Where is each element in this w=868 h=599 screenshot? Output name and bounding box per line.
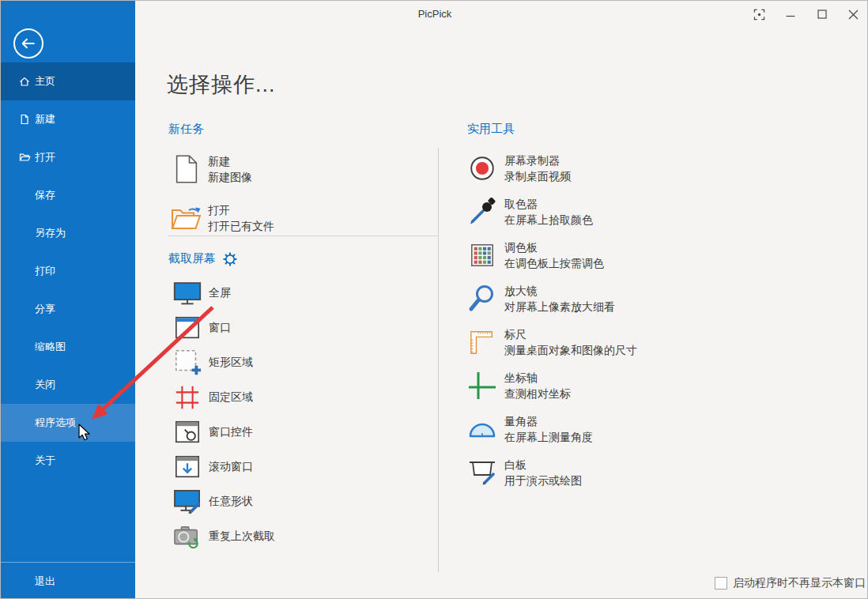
section-header-label: 新任务 [168, 122, 204, 137]
screen-recorder-item[interactable]: 屏幕录制器 录制桌面视频 [466, 149, 854, 187]
whiteboard-item[interactable]: 白板 用于演示或绘图 [466, 454, 854, 492]
back-button[interactable] [13, 28, 44, 59]
protractor-item[interactable]: 量角器 在屏幕上测量角度 [466, 410, 854, 448]
item-label: 窗口 [209, 321, 231, 335]
capture-settings-gear-icon[interactable] [223, 252, 237, 266]
maximize-button[interactable] [809, 4, 836, 24]
maximize-icon [817, 9, 827, 19]
item-label: 全屏 [209, 286, 231, 300]
sidebar-item-close[interactable]: 关闭 [1, 366, 135, 404]
item-title: 放大镜 [504, 283, 615, 299]
protractor-icon [466, 419, 498, 439]
section-header-label: 截取屏幕 [168, 251, 216, 266]
page-title: 选择操作... [167, 70, 276, 99]
sidebar-item-label: 程序选项 [35, 416, 76, 430]
sidebar-item-exit[interactable]: 退出 [1, 563, 135, 599]
item-label: 重复上次截取 [209, 529, 275, 544]
capture-fixed-region-item[interactable]: 固定区域 [169, 380, 434, 415]
sidebar-item-label: 新建 [35, 112, 55, 126]
item-label: 任意形状 [209, 495, 253, 509]
item-title: 标尺 [504, 326, 637, 342]
close-button[interactable] [840, 4, 866, 24]
open-file-item[interactable]: 打开 打开已有文件 [168, 197, 437, 239]
item-label: 窗口控件 [209, 425, 253, 439]
item-title: 新建 [208, 153, 252, 169]
color-picker-item[interactable]: 取色器 在屏幕上拾取颜色 [466, 193, 854, 231]
section-header-utilities: 实用工具 [467, 122, 515, 137]
sidebar-item-print[interactable]: 打印 [1, 252, 135, 290]
sidebar-item-label: 打印 [35, 264, 55, 278]
window-control-icon [169, 419, 206, 446]
crosshair-axis-icon [466, 371, 498, 401]
whiteboard-icon [466, 458, 498, 487]
item-subtitle: 录制桌面视频 [504, 168, 571, 184]
capture-rectangle-item[interactable]: 矩形区域 [169, 345, 434, 380]
sidebar-item-share[interactable]: 分享 [1, 290, 135, 328]
crosshair-item[interactable]: 坐标轴 查测相对坐标 [466, 367, 854, 405]
home-icon [19, 76, 30, 87]
section-header-label: 实用工具 [467, 122, 515, 137]
back-arrow-icon [13, 28, 44, 59]
item-subtitle: 在调色板上按需调色 [504, 255, 604, 271]
new-image-document-icon [168, 153, 205, 185]
startup-checkbox-row: 启动程序时不再显示本窗口 [715, 576, 866, 590]
sidebar-item-about[interactable]: 关于 [1, 442, 135, 480]
capture-icon [753, 9, 765, 21]
capture-window-item[interactable]: 窗口 [169, 311, 434, 345]
open-folder-icon [19, 152, 31, 163]
item-subtitle: 查测相对坐标 [504, 386, 571, 401]
section-header-capture: 截取屏幕 [168, 251, 237, 266]
item-subtitle: 打开已有文件 [208, 218, 274, 234]
minimize-button[interactable] [777, 4, 804, 24]
magnifier-item[interactable]: 放大镜 对屏幕上像素放大细看 [466, 280, 854, 318]
minimize-icon [786, 9, 795, 19]
new-image-item[interactable]: 新建 新建图像 [168, 148, 437, 190]
capture-button[interactable] [745, 4, 772, 24]
sidebar-item-open[interactable]: 打开 [1, 138, 135, 176]
item-title: 屏幕录制器 [504, 153, 571, 168]
sidebar-item-label: 分享 [35, 302, 55, 316]
capture-scrolling-window-item[interactable]: 滚动窗口 [169, 450, 434, 484]
ruler-icon [466, 329, 498, 356]
freehand-capture-icon [169, 488, 206, 515]
screen-recorder-icon [466, 153, 498, 183]
dont-show-window-checkbox[interactable] [715, 577, 727, 590]
column-divider [438, 148, 439, 572]
sidebar-item-label: 主页 [35, 74, 55, 89]
sidebar-item-label: 保存 [35, 188, 55, 202]
capture-window-control-item[interactable]: 窗口控件 [169, 415, 434, 450]
sidebar-item-program-options[interactable]: 程序选项 [1, 404, 135, 442]
item-subtitle: 在屏幕上拾取颜色 [504, 212, 593, 228]
color-palette-item[interactable]: 调色板 在调色板上按需调色 [466, 236, 854, 274]
sidebar-item-save-as[interactable]: 另存为 [1, 214, 135, 252]
item-label: 矩形区域 [209, 356, 253, 370]
item-title: 取色器 [504, 196, 593, 212]
sidebar-item-home[interactable]: 主页 [1, 62, 135, 100]
section-header-new-tasks: 新任务 [168, 122, 204, 137]
palette-icon [466, 243, 498, 268]
sidebar-item-thumbnail[interactable]: 缩略图 [1, 328, 135, 366]
sidebar-item-label: 打开 [35, 150, 55, 164]
window-capture-icon [169, 315, 206, 341]
magnifier-icon [466, 284, 498, 314]
sidebar-item-label: 关于 [35, 454, 55, 468]
scrolling-window-icon [169, 454, 206, 480]
close-icon [848, 9, 859, 20]
item-title: 白板 [504, 457, 582, 473]
item-subtitle: 新建图像 [208, 169, 252, 185]
capture-fullscreen-item[interactable]: 全屏 [169, 276, 434, 311]
dont-show-window-label: 启动程序时不再显示本窗口 [733, 576, 866, 590]
item-subtitle: 对屏幕上像素放大细看 [504, 299, 615, 315]
sidebar-item-new[interactable]: 新建 [1, 100, 135, 138]
section-divider [168, 235, 438, 236]
open-file-folder-icon [168, 205, 205, 232]
item-subtitle: 在屏幕上测量角度 [504, 429, 593, 445]
new-document-icon [19, 114, 30, 125]
capture-freehand-item[interactable]: 任意形状 [169, 484, 434, 519]
ruler-item[interactable]: 标尺 测量桌面对象和图像的尺寸 [466, 323, 854, 361]
sidebar-item-save[interactable]: 保存 [1, 176, 135, 214]
sidebar-item-label: 退出 [35, 575, 55, 589]
sidebar: 主页 新建 打开 保存 另存为 打印 [1, 1, 135, 599]
capture-repeat-last-item[interactable]: 重复上次截取 [169, 519, 434, 554]
fixed-region-icon [169, 384, 206, 411]
